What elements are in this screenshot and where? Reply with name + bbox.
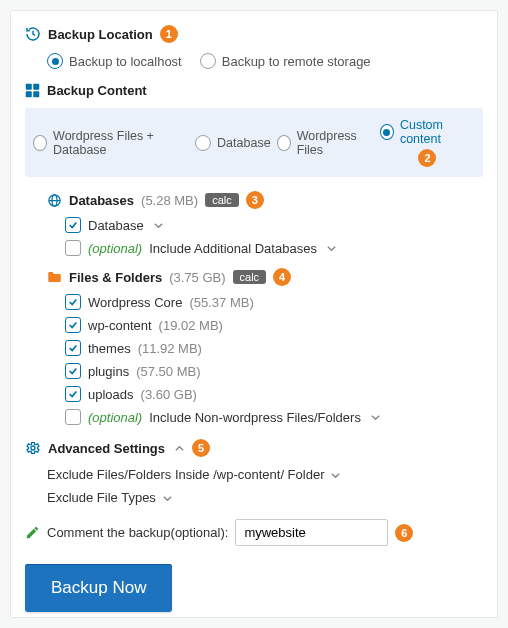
radio-database[interactable]: Database [195, 135, 271, 151]
check-database[interactable] [65, 217, 81, 233]
exclude-folders-label: Exclude Files/Folders Inside /wp-content… [47, 467, 324, 482]
databases-group-heading: Databases (5.28 MB) calc 3 [25, 191, 483, 209]
radio-label: Database [217, 136, 271, 150]
check-plugins[interactable] [65, 363, 81, 379]
chevron-down-icon[interactable] [153, 220, 164, 231]
chevron-down-icon [162, 493, 173, 504]
calc-button-databases[interactable]: calc [205, 193, 239, 207]
backup-now-button[interactable]: Backup Now [25, 564, 172, 612]
chevron-down-icon [330, 470, 341, 481]
gear-icon [25, 440, 41, 456]
radio-label: Wordpress Files [297, 129, 374, 157]
calc-button-files[interactable]: calc [233, 270, 267, 284]
item-label: themes [88, 341, 131, 356]
item-size: (57.50 MB) [136, 364, 200, 379]
check-wp-content[interactable] [65, 317, 81, 333]
history-icon [25, 26, 41, 42]
backup-location-options: Backup to localhost Backup to remote sto… [25, 53, 483, 69]
check-additional-databases[interactable] [65, 240, 81, 256]
radio-wordpress-files[interactable]: Wordpress Files [277, 129, 374, 157]
radio-label: Backup to localhost [69, 54, 182, 69]
item-label: Database [88, 218, 144, 233]
radio-custom-content[interactable]: Custom content [380, 118, 475, 146]
annotation-6: 6 [395, 524, 413, 542]
files-size: (3.75 GB) [169, 270, 225, 285]
advanced-title: Advanced Settings [48, 441, 165, 456]
annotation-3: 3 [246, 191, 264, 209]
edit-icon [25, 525, 40, 540]
exclude-types-row[interactable]: Exclude File Types [47, 490, 483, 505]
advanced-settings-heading[interactable]: Advanced Settings 5 [25, 439, 483, 457]
svg-rect-0 [26, 84, 32, 90]
radio-backup-remote[interactable]: Backup to remote storage [200, 53, 371, 69]
databases-title: Databases [69, 193, 134, 208]
exclude-folders-row[interactable]: Exclude Files/Folders Inside /wp-content… [47, 467, 483, 482]
item-label: Wordpress Core [88, 295, 182, 310]
annotation-4: 4 [273, 268, 291, 286]
backup-content-heading: Backup Content [25, 83, 483, 98]
radio-files-database[interactable]: Wordpress Files + Database [33, 129, 189, 157]
chevron-down-icon[interactable] [326, 243, 337, 254]
item-size: (11.92 MB) [138, 341, 202, 356]
item-size: (3.60 GB) [141, 387, 197, 402]
check-wordpress-core[interactable] [65, 294, 81, 310]
folder-icon [47, 270, 62, 284]
item-label: Include Non-wordpress Files/Folders [149, 410, 361, 425]
radio-label: Backup to remote storage [222, 54, 371, 69]
item-size: (55.37 MB) [189, 295, 253, 310]
backup-content-title: Backup Content [47, 83, 147, 98]
files-group-heading: Files & Folders (3.75 GB) calc 4 [25, 268, 483, 286]
optional-label: (optional) [88, 241, 142, 256]
globe-icon [47, 193, 62, 208]
databases-size: (5.28 MB) [141, 193, 198, 208]
grid-icon [25, 83, 40, 98]
svg-point-7 [31, 446, 35, 450]
exclude-types-label: Exclude File Types [47, 490, 156, 505]
backup-location-title: Backup Location [48, 27, 153, 42]
backup-panel: Backup Location 1 Backup to localhost Ba… [10, 10, 498, 618]
files-title: Files & Folders [69, 270, 162, 285]
item-size: (19.02 MB) [159, 318, 223, 333]
svg-rect-1 [33, 84, 39, 90]
comment-row: Comment the backup(optional): 6 [25, 519, 483, 546]
radio-backup-localhost[interactable]: Backup to localhost [47, 53, 182, 69]
check-themes[interactable] [65, 340, 81, 356]
svg-rect-2 [26, 91, 32, 97]
item-label: wp-content [88, 318, 152, 333]
annotation-1: 1 [160, 25, 178, 43]
backup-content-options: Wordpress Files + Database Database Word… [25, 108, 483, 177]
optional-label: (optional) [88, 410, 142, 425]
item-label: plugins [88, 364, 129, 379]
item-label: uploads [88, 387, 134, 402]
backup-location-heading: Backup Location 1 [25, 25, 483, 43]
comment-input[interactable] [235, 519, 388, 546]
annotation-5: 5 [192, 439, 210, 457]
svg-rect-3 [33, 91, 39, 97]
chevron-up-icon [174, 443, 185, 454]
check-non-wordpress-files[interactable] [65, 409, 81, 425]
check-uploads[interactable] [65, 386, 81, 402]
item-label: Include Additional Databases [149, 241, 317, 256]
radio-label: Custom content [400, 118, 475, 146]
annotation-2: 2 [418, 149, 436, 167]
chevron-down-icon[interactable] [370, 412, 381, 423]
comment-label: Comment the backup(optional): [47, 525, 228, 540]
radio-label: Wordpress Files + Database [53, 129, 189, 157]
